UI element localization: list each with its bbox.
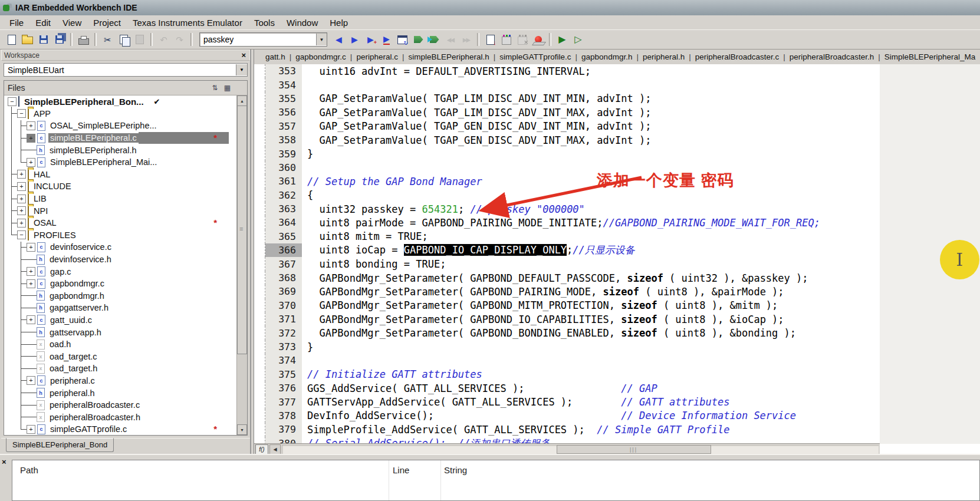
expand-icon[interactable]: +: [17, 219, 26, 228]
hscroll-track[interactable]: |||: [282, 445, 879, 454]
code-line-357[interactable]: 357 GAP_SetParamValue( TGAP_GEN_DISC_ADV…: [254, 120, 980, 133]
code-line-363[interactable]: 363 uint32 passkey = 654321; // passkey …: [254, 202, 980, 216]
expand-icon[interactable]: +: [17, 195, 26, 203]
menu-window[interactable]: Window: [281, 17, 324, 29]
new-document-button[interactable]: [4, 32, 19, 47]
collapse-icon[interactable]: −: [17, 109, 26, 118]
code-line-374[interactable]: 374: [254, 354, 980, 367]
expand-icon[interactable]: +: [27, 315, 35, 324]
editor-tab-gatt.h[interactable]: gatt.h: [261, 52, 290, 61]
menu-file[interactable]: File: [4, 17, 29, 29]
print-button[interactable]: [76, 32, 91, 47]
panel-close-icon[interactable]: ×: [2, 457, 6, 466]
open-file-button[interactable]: [20, 32, 35, 47]
tree-item-simpleGATTprofile.c[interactable]: +csimpleGATTprofile.c*: [4, 423, 237, 435]
editor-tab-peripheralBroadcaster.h[interactable]: peripheralBroadcaster.h: [785, 52, 878, 61]
tree-item-NPI[interactable]: +NPI: [4, 205, 237, 217]
toggle-source-header-button[interactable]: [395, 32, 410, 47]
undo-button[interactable]: ↶: [156, 32, 171, 47]
code-line-378[interactable]: 378DevInfo_AddService(); // Device Infor…: [254, 409, 980, 423]
previous-error-button[interactable]: ◀◀: [443, 32, 458, 47]
code-line-365[interactable]: 365 uint8 mitm = TRUE;: [254, 230, 980, 243]
detach-debugger-button[interactable]: ✕: [515, 32, 530, 47]
tree-item-devinfoservice.c[interactable]: +cdevinfoservice.c: [4, 241, 237, 253]
configuration-dropdown-button[interactable]: ▼: [236, 64, 247, 75]
files-header[interactable]: Files ⇅ ▦: [4, 81, 247, 95]
tree-item-gapbondmgr.h[interactable]: hgapbondmgr.h: [4, 290, 237, 302]
hscroll-thumb[interactable]: |||: [557, 445, 711, 454]
expand-icon[interactable]: +: [27, 243, 35, 252]
code-line-368[interactable]: 368 GAPBondMgr_SetParameter( GAPBOND_DEF…: [254, 271, 980, 285]
editor-tab-simpleBLEPeripheral.h[interactable]: simpleBLEPeripheral.h: [404, 52, 493, 61]
editor-tab-gapbondmgr.c[interactable]: gapbondmgr.c: [291, 52, 350, 61]
editor-tab-gapbondmgr.h[interactable]: gapbondmgr.h: [577, 52, 636, 61]
scroll-down-icon[interactable]: ▼: [237, 424, 247, 435]
tree-item-OSAL[interactable]: +OSAL*: [4, 217, 237, 229]
compile-button[interactable]: [411, 32, 426, 47]
tree-item-oad_target.c[interactable]: xoad_target.c: [4, 350, 237, 362]
paste-button[interactable]: [132, 32, 147, 47]
make-button[interactable]: [427, 32, 442, 47]
download-and-debug-button[interactable]: ▶: [555, 32, 570, 47]
workspace-close-icon[interactable]: ×: [240, 51, 247, 59]
tree-item-SimpleBLEPeripheral_Mai...[interactable]: +cSimpleBLEPeripheral_Mai...: [4, 156, 237, 169]
expand-icon[interactable]: +: [17, 170, 26, 179]
debug-without-downloading-button[interactable]: ▷: [571, 32, 586, 47]
debug-probe-button[interactable]: [499, 32, 514, 47]
save-button[interactable]: [36, 32, 51, 47]
file-options-icon[interactable]: ▦: [224, 84, 231, 92]
editor-tab-simpleGATTprofile.c[interactable]: simpleGATTprofile.c: [495, 52, 575, 61]
expand-icon[interactable]: +: [17, 182, 26, 191]
tree-item-PROFILES[interactable]: −PROFILES: [4, 229, 237, 242]
workspace-tab[interactable]: SimpleBLEPeripheral_Bond: [6, 438, 114, 452]
column-header-line[interactable]: Line: [393, 465, 409, 475]
code-line-364[interactable]: 364 uint8 pairMode = GAPBOND_PAIRING_MOD…: [254, 216, 980, 229]
tree-item-peripheral.h[interactable]: hperipheral.h: [4, 387, 237, 399]
code-line-358[interactable]: 358 GAP_SetParamValue( TGAP_GEN_DISC_ADV…: [254, 133, 980, 147]
tree-item-gatt_uuid.c[interactable]: +cgatt_uuid.c: [4, 314, 237, 327]
redo-button[interactable]: ↷: [172, 32, 187, 47]
menu-tools[interactable]: Tools: [248, 17, 281, 29]
find-results-list[interactable]: Path Line String: [12, 460, 980, 501]
menu-texas-instruments-emulator[interactable]: Texas Instruments Emulator: [127, 17, 248, 29]
expand-icon[interactable]: +: [27, 425, 35, 434]
code-line-377[interactable]: 377GATTServApp_AddService( GATT_ALL_SERV…: [254, 395, 980, 408]
find-previous-button[interactable]: ◀: [331, 32, 346, 47]
code-line-369[interactable]: 369 GAPBondMgr_SetParameter( GAPBOND_PAI…: [254, 285, 980, 298]
code-line-379[interactable]: 379SimpleProfile_AddService( GATT_ALL_SE…: [254, 423, 980, 436]
menu-view[interactable]: View: [57, 17, 87, 29]
tree-item-peripheralBroadcaster.c[interactable]: xperipheralBroadcaster.c: [4, 399, 237, 411]
function-list-button[interactable]: f(): [255, 444, 268, 454]
tree-item-gattservapp.h[interactable]: hgattservapp.h: [4, 326, 237, 338]
search-dropdown-button[interactable]: ▼: [316, 34, 327, 45]
cut-button[interactable]: ✂: [100, 32, 115, 47]
search-combo[interactable]: passkey ▼: [199, 32, 327, 47]
add-bookmark-button[interactable]: ▶+: [363, 32, 378, 47]
expand-icon[interactable]: +: [27, 158, 35, 167]
column-header-path[interactable]: Path: [20, 465, 38, 475]
code-line-359[interactable]: 359}: [254, 147, 980, 160]
tree-item-peripheral.c[interactable]: +cperipheral.c: [4, 375, 237, 387]
column-header-string[interactable]: String: [444, 465, 467, 475]
menu-help[interactable]: Help: [324, 17, 354, 29]
code-line-367[interactable]: 367 uint8 bonding = TRUE;: [254, 257, 980, 271]
find-next-button[interactable]: ▶: [347, 32, 362, 47]
editor-horizontal-scrollbar[interactable]: f() ◀ |||: [254, 443, 880, 455]
scroll-left-icon[interactable]: ◀: [269, 444, 281, 454]
scroll-up-icon[interactable]: ▲: [237, 95, 247, 106]
tree-item-oad_target.h[interactable]: xoad_target.h: [4, 362, 237, 375]
expand-icon[interactable]: +: [27, 267, 35, 276]
collapse-icon[interactable]: −: [17, 230, 26, 239]
tree-item-SimpleBLEPeripheral_Bon...[interactable]: −SimpleBLEPeripheral_Bon...✔: [4, 95, 237, 108]
expand-icon[interactable]: +: [17, 206, 26, 215]
tree-item-APP[interactable]: −APP: [4, 108, 237, 120]
code-line-376[interactable]: 376GGS_AddService( GATT_ALL_SERVICES ); …: [254, 381, 980, 395]
goto-bookmark-button[interactable]: ▶: [379, 32, 394, 47]
editor-tab-peripheral.h[interactable]: peripheral.h: [639, 52, 689, 61]
collapse-icon[interactable]: −: [8, 97, 17, 106]
expand-icon[interactable]: +: [27, 279, 35, 288]
tree-item-oad.h[interactable]: xoad.h: [4, 338, 237, 351]
tree-item-simpleBLEPeripheral.c[interactable]: +csimpleBLEPeripheral.c*: [4, 132, 237, 144]
code-line-370[interactable]: 370 GAPBondMgr_SetParameter( GAPBOND_MIT…: [254, 299, 980, 312]
tree-item-INCLUDE[interactable]: +INCLUDE: [4, 180, 237, 193]
